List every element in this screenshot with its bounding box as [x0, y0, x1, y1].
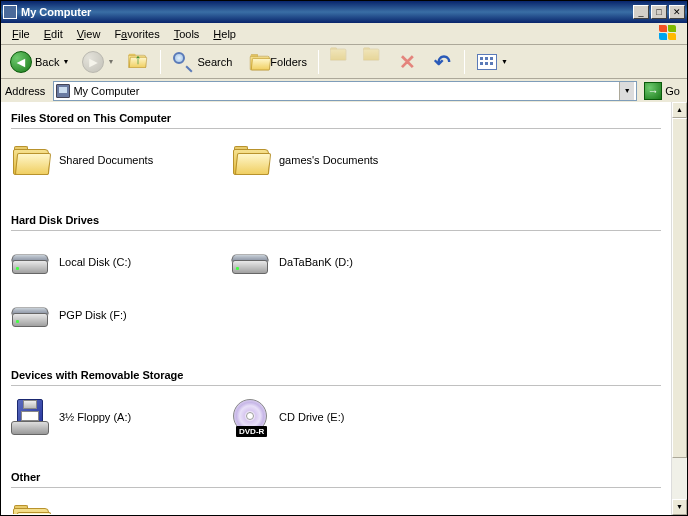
item-label: CD Drive (E:) — [279, 411, 344, 423]
back-label: Back — [35, 56, 59, 68]
group-header-removable: Devices with Removable Storage — [11, 367, 661, 386]
back-dropdown-icon[interactable]: ▼ — [62, 58, 69, 65]
group-header-hdd: Hard Disk Drives — [11, 212, 661, 231]
windows-logo — [659, 25, 683, 43]
item-other-partial[interactable] — [11, 500, 231, 514]
delete-icon: ✕ — [396, 51, 418, 73]
menu-edit[interactable]: Edit — [37, 26, 70, 42]
up-button[interactable]: ↑ — [122, 48, 154, 76]
content-area: Files Stored on This Computer Shared Doc… — [1, 102, 671, 515]
title-bar: My Computer _ □ ✕ — [1, 1, 687, 23]
item-label: 3½ Floppy (A:) — [59, 411, 131, 423]
delete-button: ✕ — [391, 48, 423, 76]
go-button[interactable]: → Go — [641, 81, 683, 101]
go-icon: → — [644, 82, 662, 100]
computer-icon — [56, 84, 70, 98]
address-bar: Address My Computer ▼ → Go — [1, 79, 687, 103]
undo-icon: ↶ — [431, 51, 453, 73]
close-button[interactable]: ✕ — [669, 5, 685, 19]
address-input[interactable]: My Computer ▼ — [53, 81, 637, 101]
forward-dropdown-icon: ▼ — [107, 58, 114, 65]
moveto-icon — [330, 53, 350, 71]
search-label: Search — [197, 56, 232, 68]
item-databank-d[interactable]: DaTaBanK (D:) — [231, 243, 451, 281]
menu-view[interactable]: View — [70, 26, 108, 42]
item-shared-documents[interactable]: Shared Documents — [11, 141, 231, 179]
app-icon — [3, 5, 17, 19]
item-label: DaTaBanK (D:) — [279, 256, 353, 268]
folder-icon — [11, 141, 51, 179]
vertical-scrollbar[interactable]: ▲ ▼ — [671, 102, 687, 515]
folder-icon — [11, 500, 51, 514]
moveto-button — [325, 50, 355, 74]
menu-tools[interactable]: Tools — [167, 26, 207, 42]
item-local-disk-c[interactable]: Local Disk (C:) — [11, 243, 231, 281]
hdd-icon — [11, 243, 51, 281]
hdd-icon — [231, 243, 271, 281]
menu-help[interactable]: Help — [206, 26, 243, 42]
item-label: PGP Disk (F:) — [59, 309, 127, 321]
search-icon — [172, 51, 194, 73]
cd-badge: DVD-R — [236, 426, 267, 437]
go-label: Go — [665, 85, 680, 97]
folders-label: Folders — [270, 56, 307, 68]
item-games-documents[interactable]: games's Documents — [231, 141, 451, 179]
menu-bar: File Edit View Favorites Tools Help — [1, 23, 687, 45]
back-button[interactable]: ◄ Back ▼ — [5, 48, 74, 76]
hdd-icon — [11, 296, 51, 334]
address-label: Address — [5, 85, 49, 97]
item-cd-drive-e[interactable]: DVD-R CD Drive (E:) — [231, 398, 451, 436]
folder-icon — [231, 141, 271, 179]
menu-favorites[interactable]: Favorites — [107, 26, 166, 42]
scroll-down-button[interactable]: ▼ — [672, 499, 687, 515]
copyto-button — [358, 50, 388, 74]
address-dropdown-icon[interactable]: ▼ — [619, 82, 634, 100]
floppy-icon — [11, 398, 51, 436]
folders-button[interactable]: Folders — [240, 48, 312, 76]
address-value: My Computer — [73, 85, 616, 97]
group-header-other: Other — [11, 469, 661, 488]
item-label: Shared Documents — [59, 154, 153, 166]
scroll-up-button[interactable]: ▲ — [672, 102, 687, 118]
views-dropdown-icon[interactable]: ▼ — [501, 58, 508, 65]
views-button[interactable]: ▼ — [471, 48, 513, 76]
item-label: Local Disk (C:) — [59, 256, 131, 268]
scroll-track[interactable] — [672, 118, 687, 499]
scroll-thumb[interactable] — [672, 118, 687, 458]
menu-file[interactable]: File — [5, 26, 37, 42]
item-pgp-disk-f[interactable]: PGP Disk (F:) — [11, 296, 231, 334]
search-button[interactable]: Search — [167, 48, 237, 76]
forward-icon: ► — [82, 51, 104, 73]
undo-button[interactable]: ↶ — [426, 48, 458, 76]
maximize-button[interactable]: □ — [651, 5, 667, 19]
back-icon: ◄ — [10, 51, 32, 73]
views-icon — [476, 51, 498, 73]
window-title: My Computer — [21, 6, 631, 18]
minimize-button[interactable]: _ — [633, 5, 649, 19]
copyto-icon — [363, 53, 383, 71]
forward-button: ► ▼ — [77, 48, 119, 76]
up-folder-icon: ↑ — [127, 51, 149, 73]
item-floppy-a[interactable]: 3½ Floppy (A:) — [11, 398, 231, 436]
group-header-files: Files Stored on This Computer — [11, 110, 661, 129]
item-label: games's Documents — [279, 154, 378, 166]
cd-icon: DVD-R — [231, 398, 271, 436]
toolbar: ◄ Back ▼ ► ▼ ↑ Search Folders ✕ ↶ ▼ — [1, 45, 687, 79]
folders-icon — [245, 51, 267, 73]
